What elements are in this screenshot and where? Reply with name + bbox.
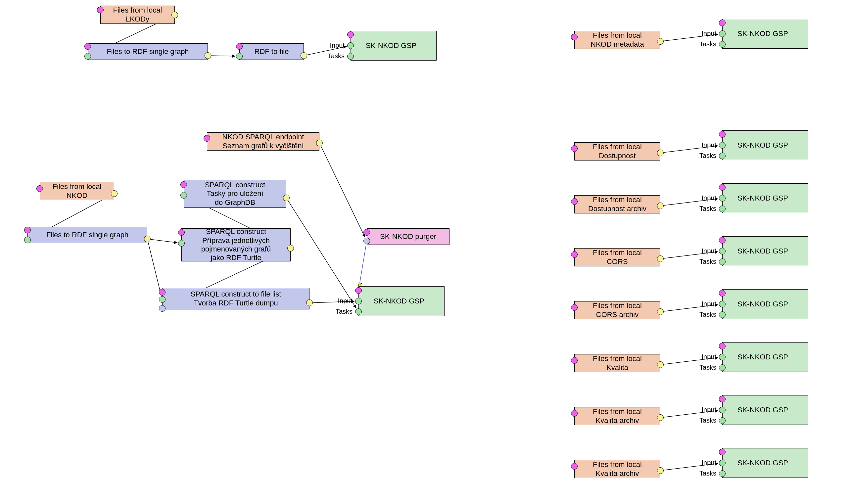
port-rg7-l1[interactable] — [719, 460, 725, 466]
node-n12[interactable]: SK-NKOD GSP — [359, 286, 445, 316]
node-n6[interactable]: Files to RDF single graph — [28, 227, 147, 243]
port-rn6-l0[interactable] — [571, 410, 578, 417]
node-rn3[interactable]: Files from local CORS — [574, 248, 660, 266]
port-rg5-l2[interactable] — [719, 364, 725, 371]
node-n4[interactable]: SK-NKOD GSP — [350, 31, 437, 60]
port-rn2-r0[interactable] — [657, 202, 664, 209]
port-n5-l0[interactable] — [36, 185, 43, 192]
port-n4-l2[interactable] — [347, 53, 354, 59]
port-rg6-l2[interactable] — [719, 417, 725, 424]
port-rn6-r0[interactable] — [657, 414, 664, 421]
port-n12-l2[interactable] — [355, 308, 362, 315]
port-n10-l0[interactable] — [159, 289, 165, 295]
node-rn0[interactable]: Files from local NKOD metadata — [574, 31, 660, 49]
port-rg5-l1[interactable] — [719, 354, 725, 360]
port-rg4-l0[interactable] — [719, 290, 725, 296]
port-n12-l0[interactable] — [355, 287, 362, 294]
port-n3-l0[interactable] — [236, 43, 242, 50]
port-rn3-l0[interactable] — [571, 251, 578, 258]
node-rn4[interactable]: Files from local CORS archiv — [574, 301, 660, 319]
port-n8-r0[interactable] — [283, 195, 290, 201]
node-n3[interactable]: RDF to file — [239, 43, 304, 60]
port-rg6-l1[interactable] — [719, 407, 725, 413]
node-rg2[interactable]: SK-NKOD GSP — [722, 183, 808, 213]
port-rn5-l0[interactable] — [571, 357, 578, 364]
port-rg0-l0[interactable] — [719, 19, 725, 26]
node-rg6[interactable]: SK-NKOD GSP — [722, 395, 808, 425]
port-rg0-l2[interactable] — [719, 41, 725, 48]
port-n1-r0[interactable] — [171, 12, 178, 18]
node-n11[interactable]: SK-NKOD purger — [367, 228, 450, 245]
port-rn0-l0[interactable] — [571, 34, 578, 40]
port-rg4-l2[interactable] — [719, 311, 725, 318]
port-n12-l1[interactable] — [355, 298, 362, 304]
node-n1[interactable]: Files from local LKODy — [100, 6, 175, 24]
port-rn2-l0[interactable] — [571, 198, 578, 205]
port-rn1-r0[interactable] — [657, 149, 664, 156]
node-rg1[interactable]: SK-NKOD GSP — [722, 130, 808, 160]
port-n8-l0[interactable] — [180, 181, 187, 188]
port-n3-l1[interactable] — [236, 53, 242, 59]
port-rn0-r0[interactable] — [657, 38, 664, 45]
port-rg2-l1[interactable] — [719, 195, 725, 201]
port-rg7-l2[interactable] — [719, 470, 725, 477]
node-rg4[interactable]: SK-NKOD GSP — [722, 289, 808, 319]
port-n11-l1[interactable] — [363, 238, 370, 244]
port-rn4-l0[interactable] — [571, 304, 578, 311]
port-rg4-l1[interactable] — [719, 301, 725, 307]
port-rg1-l1[interactable] — [719, 142, 725, 149]
port-n3-r0[interactable] — [301, 52, 307, 59]
port-rn7-l0[interactable] — [571, 463, 578, 470]
port-rg5-l0[interactable] — [719, 343, 725, 349]
node-rg7[interactable]: SK-NKOD GSP — [722, 448, 808, 478]
node-rg5[interactable]: SK-NKOD GSP — [722, 342, 808, 372]
port-rg7-l0[interactable] — [719, 449, 725, 455]
port-n11-l0[interactable] — [363, 229, 370, 236]
node-n7[interactable]: NKOD SPARQL endpoint Seznam grafů k vyči… — [207, 132, 320, 150]
port-n2-r0[interactable] — [204, 52, 211, 59]
node-rg0[interactable]: SK-NKOD GSP — [722, 19, 808, 49]
port-rg2-l2[interactable] — [719, 205, 725, 212]
port-n2-l0[interactable] — [85, 43, 91, 50]
node-n8[interactable]: SPARQL construct Tasky pro uložení do Gr… — [184, 180, 286, 208]
node-n9[interactable]: SPARQL construct Příprava jednotlivých p… — [181, 228, 291, 262]
port-n1-l0[interactable] — [97, 6, 104, 13]
port-rg3-l0[interactable] — [719, 237, 725, 244]
port-n9-l0[interactable] — [178, 229, 185, 236]
node-n2[interactable]: Files to RDF single graph — [88, 43, 208, 60]
port-rg1-l2[interactable] — [719, 152, 725, 159]
port-n4-l0[interactable] — [347, 32, 354, 38]
port-rn3-r0[interactable] — [657, 255, 664, 262]
port-rg2-l0[interactable] — [719, 184, 725, 191]
port-rn7-r0[interactable] — [657, 467, 664, 474]
node-rn1[interactable]: Files from local Dostupnost — [574, 142, 660, 161]
port-n2-l1[interactable] — [85, 53, 91, 59]
port-rg1-l0[interactable] — [719, 131, 725, 138]
node-n10[interactable]: SPARQL construct to file list Tvorba RDF… — [162, 288, 309, 309]
port-rg6-l0[interactable] — [719, 396, 725, 402]
port-n10-r0[interactable] — [306, 300, 313, 306]
node-rn5[interactable]: Files from local Kvalita — [574, 354, 660, 372]
port-rn1-l0[interactable] — [571, 145, 578, 152]
port-n7-l0[interactable] — [203, 135, 210, 142]
port-n7-r0[interactable] — [316, 140, 323, 146]
port-n9-r0[interactable] — [287, 245, 294, 252]
port-n6-l1[interactable] — [24, 237, 31, 243]
port-rg3-l1[interactable] — [719, 248, 725, 254]
port-n9-l1[interactable] — [178, 240, 185, 247]
node-rn6[interactable]: Files from local Kvalita archiv — [574, 407, 660, 425]
port-n5-r0[interactable] — [111, 190, 118, 197]
port-n10-l2[interactable] — [159, 305, 165, 312]
node-rg3[interactable]: SK-NKOD GSP — [722, 236, 808, 266]
port-rg3-l2[interactable] — [719, 258, 725, 265]
port-n6-l0[interactable] — [24, 227, 31, 233]
node-rn7[interactable]: Files from local Kvalita archiv — [574, 460, 660, 478]
port-n4-l1[interactable] — [347, 42, 354, 49]
node-rn2[interactable]: Files from local Dostupnost archiv — [574, 195, 660, 213]
port-n6-r0[interactable] — [144, 236, 150, 242]
port-n10-l1[interactable] — [159, 296, 165, 303]
port-rg0-l1[interactable] — [719, 31, 725, 37]
port-rn5-r0[interactable] — [657, 361, 664, 368]
pipeline-canvas[interactable]: Files from local LKODyFiles to RDF singl… — [0, 0, 849, 504]
port-rn4-r0[interactable] — [657, 308, 664, 315]
